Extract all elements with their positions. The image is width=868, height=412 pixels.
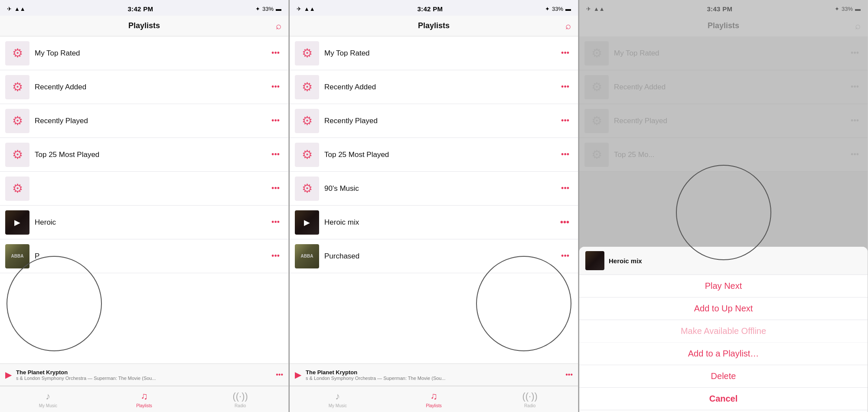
mini-player-1[interactable]: ▶ The Planet Krypton s & London Symphony…	[0, 363, 288, 386]
tab-playlists-1[interactable]: ♫ Playlists	[96, 387, 193, 412]
mini-player-2[interactable]: ▶ The Planet Krypton s & London Symphony…	[290, 363, 578, 386]
playlist-thumb-4: ⚙	[5, 143, 29, 167]
gear-icon-3: ⚙	[12, 114, 23, 128]
gear-icon-1: ⚙	[12, 46, 23, 60]
mini-info-1: The Planet Krypton s & London Symphony O…	[16, 369, 276, 381]
playlist-item-recently-played-2[interactable]: ⚙ Recently Played •••	[290, 104, 578, 138]
playlist-item-top25-2[interactable]: ⚙ Top 25 Most Played •••	[290, 138, 578, 172]
tab-radio-2[interactable]: ((·)) Radio	[482, 387, 578, 412]
action-sheet-header: Heroic mix	[579, 247, 868, 275]
mini-subtitle-1: s & London Symphony Orchestra — Superman…	[16, 376, 276, 381]
playlist-thumb-2-3: ⚙	[295, 109, 319, 133]
playlist-item-gear5-1[interactable]: ⚙ •••	[0, 172, 288, 206]
music-note-icon-1: ♪	[46, 391, 50, 402]
playlist-thumb-2: ⚙	[5, 75, 29, 99]
playlist-item-recently-added-1[interactable]: ⚙ Recently Added •••	[0, 70, 288, 104]
playlist-item-my-top-rated-2[interactable]: ⚙ My Top Rated •••	[290, 36, 578, 70]
more-icon-2c[interactable]: •••	[558, 113, 573, 129]
action-sheet: Heroic mix Play Next Add to Up Next Make…	[579, 247, 868, 412]
bluetooth-icon-2: ✦	[545, 6, 550, 12]
playlist-item-purchased-2[interactable]: ABBA Purchased •••	[290, 239, 578, 273]
tab-label-my-music-1: My Music	[39, 403, 57, 408]
action-add-playlist[interactable]: Add to a Playlist…	[579, 343, 868, 365]
playlist-item-heroic-1[interactable]: ▶ Heroic •••	[0, 206, 288, 239]
more-icon-1b[interactable]: •••	[268, 79, 283, 95]
playlist-thumb-2-4: ⚙	[295, 143, 319, 167]
action-sheet-title: Heroic mix	[609, 257, 642, 265]
playlist-item-recently-played-1[interactable]: ⚙ Recently Played •••	[0, 104, 288, 138]
playlist-thumb-2-5: ⚙	[295, 177, 319, 201]
mini-more-1[interactable]: •••	[276, 371, 283, 379]
action-add-up-next[interactable]: Add to Up Next	[579, 298, 868, 320]
more-icon-1e[interactable]: •••	[268, 180, 283, 196]
gear-icon-2-2: ⚙	[302, 80, 313, 94]
tab-radio-1[interactable]: ((·)) Radio	[192, 387, 288, 412]
action-delete[interactable]: Delete	[579, 365, 868, 388]
battery-icon-1: ▬	[276, 6, 281, 12]
playlist-item-top25-1[interactable]: ⚙ Top 25 Most Played •••	[0, 138, 288, 172]
playlist-item-recently-added-2[interactable]: ⚙ Recently Added •••	[290, 70, 578, 104]
tab-label-playlists-2: Playlists	[426, 403, 442, 408]
wifi-icon-2: ▲▲	[304, 6, 315, 12]
nav-bar-2: Playlists ⌕	[290, 16, 578, 36]
playlist-item-my-top-rated-1[interactable]: ⚙ My Top Rated •••	[0, 36, 288, 70]
gear-icon-5: ⚙	[12, 181, 23, 196]
more-icon-2d[interactable]: •••	[558, 147, 573, 163]
tab-label-radio-2: Radio	[524, 403, 535, 408]
tab-my-music-1[interactable]: ♪ My Music	[0, 387, 96, 412]
battery-text-1: 33%	[262, 6, 274, 12]
gear-icon-2-5: ⚙	[302, 181, 313, 196]
nav-bar-1: Playlists ⌕	[0, 16, 288, 36]
tab-my-music-2[interactable]: ♪ My Music	[290, 387, 386, 412]
playlist-name-recently-added-2: Recently Added	[324, 83, 558, 92]
mini-subtitle-2: s & London Symphony Orchestra — Superman…	[306, 376, 565, 381]
mini-title-1: The Planet Krypton	[16, 369, 276, 376]
more-icon-1f[interactable]: •••	[268, 214, 283, 230]
playlist-thumb-3: ⚙	[5, 109, 29, 133]
wifi-icon-1: ▲▲	[14, 6, 26, 12]
mini-play-button-1[interactable]: ▶	[5, 369, 12, 380]
more-icon-1a[interactable]: •••	[268, 45, 283, 61]
playlist-list-1: ⚙ My Top Rated ••• ⚙ Recently Added ••• …	[0, 36, 288, 363]
more-icon-2g[interactable]: •••	[558, 248, 573, 264]
mini-info-2: The Planet Krypton s & London Symphony O…	[306, 369, 565, 381]
gear-icon-2-4: ⚙	[302, 147, 313, 162]
gear-icon-2-1: ⚙	[302, 46, 313, 60]
playlist-item-heroic-mix-2[interactable]: ▶ Heroic mix •••	[290, 206, 578, 239]
more-icon-2f[interactable]: •••	[557, 214, 573, 231]
playlists-icon-1: ♫	[140, 391, 148, 402]
playlist-item-abba-1[interactable]: ABBA P •••	[0, 239, 288, 273]
status-time-1: 3:42 PM	[127, 5, 153, 13]
search-icon-1[interactable]: ⌕	[276, 20, 281, 32]
more-icon-2e[interactable]: •••	[558, 180, 573, 196]
action-play-next[interactable]: Play Next	[579, 275, 868, 298]
more-icon-2a[interactable]: •••	[558, 45, 573, 61]
status-bar-1: ✈ ▲▲ 3:42 PM ✦ 33% ▬	[0, 0, 288, 16]
screen-2: ✈ ▲▲ 3:42 PM ✦ 33% ▬ Playlists ⌕ ⚙ My To…	[290, 0, 578, 412]
more-icon-1c[interactable]: •••	[268, 113, 283, 129]
playlist-thumb-2-2: ⚙	[295, 75, 319, 99]
status-left-2: ✈ ▲▲	[297, 6, 315, 12]
heroic-art-1: ▶	[5, 210, 29, 235]
more-icon-2b[interactable]: •••	[558, 79, 573, 95]
playlist-name-recently-played-2: Recently Played	[324, 117, 558, 125]
radio-icon-2: ((·))	[522, 391, 537, 402]
tab-playlists-2[interactable]: ♫ Playlists	[386, 387, 482, 412]
more-icon-1g[interactable]: •••	[268, 248, 283, 264]
action-make-available[interactable]: Make Available Offline	[579, 320, 868, 343]
playlist-name-my-top-rated-1: My Top Rated	[35, 49, 268, 58]
playlist-thumb-5: ⚙	[5, 177, 29, 201]
playlist-name-top25-2: Top 25 Most Played	[324, 150, 558, 159]
search-icon-2[interactable]: ⌕	[565, 20, 571, 32]
radio-icon-1: ((·))	[232, 391, 248, 402]
more-icon-1d[interactable]: •••	[268, 147, 283, 163]
playlist-name-recently-played-1: Recently Played	[35, 117, 268, 125]
tab-bar-2: ♪ My Music ♫ Playlists ((·)) Radio	[290, 386, 578, 412]
mini-more-2[interactable]: •••	[565, 371, 573, 379]
action-cancel[interactable]: Cancel	[579, 388, 868, 410]
bluetooth-icon-1: ✦	[255, 6, 260, 12]
playlist-thumb-1: ⚙	[5, 41, 29, 65]
mini-play-button-2[interactable]: ▶	[295, 369, 301, 380]
playlist-name-heroic-1: Heroic	[35, 218, 268, 227]
playlist-item-90s-2[interactable]: ⚙ 90's Music •••	[290, 172, 578, 206]
